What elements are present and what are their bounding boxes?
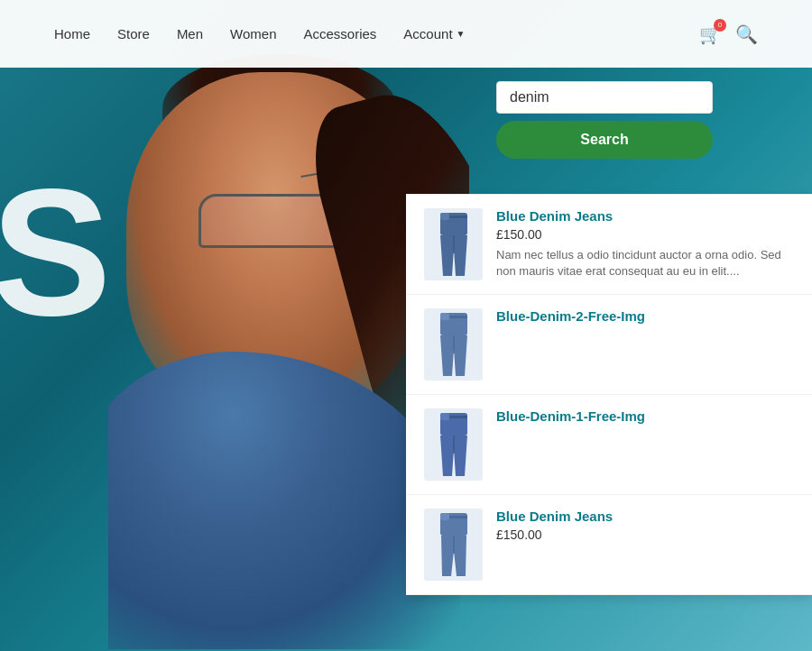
result-thumbnail xyxy=(424,408,483,481)
result-item[interactable]: Blue-Denim-1-Free-Img xyxy=(406,395,812,495)
result-item[interactable]: Blue-Denim-2-Free-Img xyxy=(406,295,812,395)
nav-women[interactable]: Women xyxy=(230,26,276,41)
search-results-dropdown: Blue Denim Jeans £150.00 Nam nec tellus … xyxy=(406,194,812,595)
result-price: £150.00 xyxy=(496,527,794,542)
svg-rect-11 xyxy=(440,413,449,420)
cart-button[interactable]: 🛒 0 xyxy=(699,23,722,45)
nav-men[interactable]: Men xyxy=(177,26,203,41)
cart-badge: 0 xyxy=(714,19,726,32)
result-title: Blue-Denim-2-Free-Img xyxy=(496,308,794,324)
svg-rect-7 xyxy=(440,313,449,320)
nav-icons: 🛒 0 🔍 xyxy=(699,23,758,45)
search-input[interactable] xyxy=(510,89,699,105)
navbar: Home Store Men Women Accessories Account… xyxy=(0,0,812,68)
result-title: Blue Denim Jeans xyxy=(496,509,794,524)
svg-rect-3 xyxy=(440,213,449,220)
result-thumbnail xyxy=(424,509,483,581)
result-info: Blue-Denim-1-Free-Img xyxy=(496,408,794,427)
nav-accessories[interactable]: Accessories xyxy=(303,26,376,41)
result-info: Blue Denim Jeans £150.00 xyxy=(496,509,794,547)
result-info: Blue-Denim-2-Free-Img xyxy=(496,308,794,327)
result-thumbnail xyxy=(424,208,483,280)
result-price: £150.00 xyxy=(496,227,794,242)
result-thumbnail xyxy=(424,308,483,381)
svg-rect-15 xyxy=(440,513,449,520)
search-nav-button[interactable]: 🔍 xyxy=(735,23,758,45)
nav-home[interactable]: Home xyxy=(54,26,90,41)
result-item[interactable]: Blue Denim Jeans £150.00 xyxy=(406,495,812,595)
account-chevron-icon: ▼ xyxy=(457,29,466,39)
nav-account[interactable]: Account ▼ xyxy=(403,26,465,41)
result-description: Nam nec tellus a odio tincidunt auctor a… xyxy=(496,247,794,280)
result-title: Blue-Denim-1-Free-Img xyxy=(496,408,794,424)
result-info: Blue Denim Jeans £150.00 Nam nec tellus … xyxy=(496,208,794,280)
hero-letter: S xyxy=(0,162,102,343)
nav-store[interactable]: Store xyxy=(117,26,150,41)
result-item[interactable]: Blue Denim Jeans £150.00 Nam nec tellus … xyxy=(406,195,812,295)
search-area: Search xyxy=(496,81,713,159)
search-button[interactable]: Search xyxy=(496,121,713,159)
search-input-wrapper xyxy=(496,81,713,114)
result-title: Blue Denim Jeans xyxy=(496,208,794,224)
